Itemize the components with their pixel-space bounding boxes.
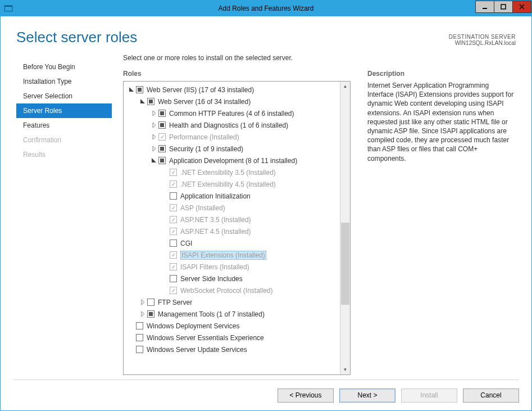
tree-item-label: ASP (Installed) (180, 204, 225, 212)
tree-row[interactable]: ASP.NET 3.5 (Installed) (124, 214, 340, 225)
collapse-icon[interactable] (151, 157, 157, 164)
nav-item-installation-type[interactable]: Installation Type (16, 74, 112, 89)
expander-placeholder (162, 240, 169, 247)
tree-item-label: Performance (Installed) (169, 133, 239, 141)
svg-marker-14 (142, 311, 144, 317)
description-heading: Description (367, 70, 516, 78)
scroll-thumb[interactable] (341, 223, 349, 305)
roles-column: Roles Web Server (IIS) (17 of 43 install… (123, 70, 351, 375)
tree-item-label: Common HTTP Features (4 of 6 installed) (169, 110, 294, 118)
maximize-button[interactable] (494, 1, 513, 13)
titlebar[interactable]: Add Roles and Features Wizard (1, 1, 531, 16)
checkbox[interactable] (147, 310, 154, 318)
checkbox[interactable] (158, 145, 166, 152)
checkbox[interactable] (147, 98, 154, 105)
tree-row[interactable]: ISAPI Filters (Installed) (124, 261, 340, 273)
system-menu-icon[interactable] (4, 4, 13, 13)
svg-marker-10 (153, 134, 156, 139)
checkbox (170, 251, 177, 259)
tree-row[interactable]: .NET Extensibility 3.5 (Installed) (124, 166, 340, 178)
tree-row[interactable]: Web Server (IIS) (17 of 43 installed) (124, 84, 340, 96)
checkbox[interactable] (136, 334, 143, 341)
main-panel: Select one or more roles to install on t… (112, 51, 516, 375)
tree-row[interactable]: Windows Deployment Services (124, 320, 340, 332)
tree-row[interactable]: .NET Extensibility 4.5 (Installed) (124, 178, 340, 190)
tree-row[interactable]: Application Development (8 of 11 install… (124, 155, 340, 166)
description-column: Description Internet Server Application … (367, 70, 516, 375)
previous-button[interactable]: < Previous (278, 389, 334, 403)
tree-row[interactable]: Web Server (16 of 34 installed) (124, 96, 340, 107)
nav-item-features[interactable]: Features (16, 118, 112, 133)
tree-item-label: Application Development (8 of 11 install… (169, 157, 297, 165)
collapse-icon[interactable] (139, 98, 146, 105)
close-button[interactable] (512, 1, 531, 13)
checkbox[interactable] (170, 240, 177, 247)
checkbox[interactable] (158, 110, 166, 117)
tree-row[interactable]: Windows Server Update Services (124, 344, 340, 355)
tree-row[interactable]: ASP (Installed) (124, 202, 340, 214)
tree-row[interactable]: CGI (124, 237, 340, 249)
scroll-down-button[interactable]: ▼ (340, 365, 350, 374)
tree-row[interactable]: Application Initialization (124, 190, 340, 202)
tree-item-label: Windows Server Update Services (147, 346, 247, 354)
expander-placeholder (128, 323, 135, 329)
checkbox (158, 133, 166, 141)
expand-icon[interactable] (151, 122, 157, 129)
tree-row[interactable]: ASP.NET 4.5 (Installed) (124, 225, 340, 237)
tree-item-label: Application Initialization (180, 192, 251, 200)
next-button[interactable]: Next > (339, 389, 395, 403)
checkbox[interactable] (136, 86, 143, 93)
tree-item-label: FTP Server (158, 299, 192, 306)
collapse-icon[interactable] (128, 87, 135, 93)
svg-marker-9 (153, 123, 156, 128)
expander-placeholder (162, 181, 169, 188)
roles-tree[interactable]: Web Server (IIS) (17 of 43 installed)Web… (124, 82, 340, 374)
expander-placeholder (162, 169, 169, 176)
checkbox[interactable] (136, 322, 143, 329)
columns: Roles Web Server (IIS) (17 of 43 install… (123, 70, 516, 375)
tree-item-label: Web Server (16 of 34 installed) (158, 98, 251, 106)
tree-row[interactable]: Common HTTP Features (4 of 6 installed) (124, 107, 340, 119)
tree-row[interactable]: Security (1 of 9 installed) (124, 143, 340, 155)
tree-row[interactable]: ISAPI Extensions (Installed) (124, 249, 340, 261)
tree-row[interactable]: Management Tools (1 of 7 installed) (124, 308, 340, 320)
checkbox[interactable] (158, 157, 166, 164)
tree-row[interactable]: WebSocket Protocol (Installed) (124, 284, 340, 296)
expander-placeholder (162, 216, 169, 223)
checkbox[interactable] (170, 275, 177, 282)
wizard-nav: Before You BeginInstallation TypeServer … (16, 51, 112, 375)
expand-icon[interactable] (151, 110, 157, 117)
tree-item-label: Windows Deployment Services (147, 322, 239, 330)
svg-marker-8 (153, 111, 156, 116)
expander-placeholder (128, 346, 135, 353)
tree-row[interactable]: FTP Server (124, 296, 340, 308)
minimize-button[interactable] (475, 1, 494, 13)
checkbox[interactable] (170, 192, 177, 200)
tree-item-label: WebSocket Protocol (Installed) (180, 287, 273, 295)
page-title: Select server roles (16, 29, 449, 46)
nav-item-results: Results (16, 147, 112, 162)
cancel-button[interactable]: Cancel (463, 389, 519, 403)
tree-row[interactable]: Windows Server Essentials Experience (124, 332, 340, 344)
roles-heading: Roles (123, 70, 351, 78)
nav-item-server-selection[interactable]: Server Selection (16, 89, 112, 103)
expand-icon[interactable] (139, 311, 146, 318)
nav-item-server-roles[interactable]: Server Roles (16, 103, 112, 118)
checkbox (170, 204, 177, 211)
expand-icon[interactable] (151, 134, 157, 141)
checkbox[interactable] (136, 346, 143, 353)
vertical-scrollbar[interactable]: ▲ ▼ (340, 82, 350, 374)
expand-icon[interactable] (139, 299, 146, 306)
tree-row[interactable]: Health and Diagnostics (1 of 6 installed… (124, 119, 340, 131)
checkbox[interactable] (158, 121, 166, 129)
tree-row[interactable]: Performance (Installed) (124, 131, 340, 143)
roles-tree-box: Web Server (IIS) (17 of 43 installed)Web… (123, 81, 351, 375)
checkbox (170, 169, 177, 176)
tree-row[interactable]: Server Side Includes (124, 273, 340, 284)
checkbox[interactable] (147, 299, 154, 306)
scroll-up-button[interactable]: ▲ (340, 82, 350, 91)
expand-icon[interactable] (151, 146, 157, 152)
scroll-track[interactable] (340, 91, 350, 365)
nav-item-before-you-begin[interactable]: Before You Begin (16, 60, 112, 74)
install-button: Install (401, 389, 457, 403)
